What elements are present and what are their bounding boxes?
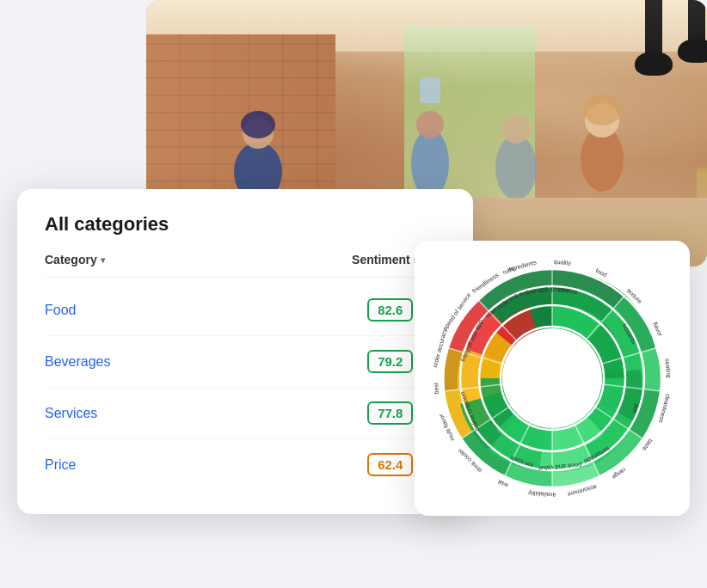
- svg-text:food: food: [595, 267, 608, 278]
- price-score-badge: 62.4: [367, 453, 413, 476]
- table-row: Services 77.8 +2.1: [45, 388, 446, 439]
- beverages-score-badge: 79.2: [367, 350, 413, 373]
- svg-point-12: [501, 114, 531, 144]
- svg-text:wait: wait: [497, 479, 510, 489]
- svg-text:best: best: [433, 383, 440, 395]
- svg-point-35: [502, 328, 602, 428]
- svg-point-11: [495, 135, 537, 200]
- svg-text:rude: rude: [501, 265, 515, 275]
- categories-card: All categories Category ▾ Sentiment scor…: [17, 189, 473, 514]
- table-header: Category ▾ Sentiment score: [45, 253, 446, 278]
- sunburst-chart-svg: ingredients quality food texture flavor …: [427, 254, 677, 503]
- table-row: Price 62.4 +1.2: [45, 439, 446, 490]
- svg-rect-5: [420, 77, 440, 103]
- card-title: All categories: [45, 213, 446, 236]
- svg-text:flavor: flavor: [652, 321, 664, 337]
- category-beverages-link[interactable]: Beverages: [45, 354, 111, 370]
- table-row: Beverages 79.2 +2.8: [45, 336, 446, 388]
- table-row: Food 82.6 +1.5: [45, 285, 446, 336]
- svg-point-8: [583, 95, 621, 126]
- category-price-link[interactable]: Price: [45, 457, 76, 473]
- category-services-link[interactable]: Services: [45, 406, 97, 421]
- svg-text:quality: quality: [553, 259, 571, 267]
- sort-icon[interactable]: ▾: [101, 255, 105, 265]
- services-score-badge: 77.8: [367, 401, 413, 425]
- svg-point-4: [416, 111, 444, 138]
- svg-point-3: [411, 129, 449, 198]
- svg-text:seating: seating: [664, 358, 673, 378]
- food-score-badge: 82.6: [367, 298, 413, 322]
- svg-text:availability: availability: [527, 489, 556, 499]
- category-food-link[interactable]: Food: [45, 303, 76, 318]
- sunburst-chart-card: ingredients quality food texture flavor …: [415, 241, 690, 516]
- column-category-header: Category ▾: [45, 253, 105, 266]
- svg-text:phone: phone: [550, 285, 569, 295]
- svg-point-2: [241, 111, 275, 138]
- svg-rect-18: [697, 168, 707, 178]
